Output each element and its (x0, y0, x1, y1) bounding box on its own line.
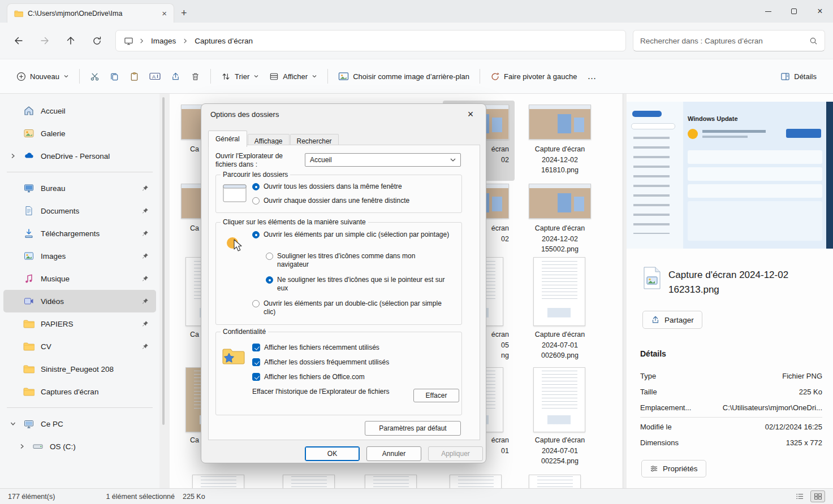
radio-underline-browser[interactable]: Souligner les titres d'icônes comme dans… (266, 252, 448, 269)
file-thumbnail[interactable] (529, 105, 591, 140)
share-button[interactable] (166, 67, 185, 86)
clear-history-button[interactable]: Effacer (413, 389, 459, 402)
rename-button[interactable]: A (144, 67, 166, 86)
sidebar-item-cv[interactable]: CV (3, 335, 156, 358)
checkbox-recent-files[interactable]: Afficher les fichiers récemment utilisés (252, 344, 444, 352)
cancel-button[interactable]: Annuler (366, 446, 421, 461)
cut-icon (90, 72, 100, 81)
sidebar-item-bureau[interactable]: Bureau (3, 177, 156, 199)
chevron-down-icon[interactable] (3, 421, 23, 427)
up-button[interactable] (60, 31, 81, 50)
sidebar-item-galerie[interactable]: Galerie (3, 122, 156, 145)
details-pane-button[interactable]: Détails (775, 67, 822, 86)
refresh-button[interactable] (86, 31, 107, 50)
pane-divider (623, 94, 624, 488)
file-thumbnail[interactable] (529, 475, 581, 488)
breadcrumb-images[interactable]: Images (150, 36, 177, 46)
checkbox-frequent-folders[interactable]: Afficher les dossiers fréquemment utilis… (252, 358, 444, 367)
radio-open-separate-window[interactable]: Ouvrir chaque dossier dans une fenêtre d… (252, 197, 454, 205)
tab-general[interactable]: Général (208, 131, 247, 147)
thumbnails-view-toggle[interactable] (810, 490, 825, 502)
address-bar[interactable]: Images Captures d’écran (115, 30, 626, 51)
radio-open-same-window[interactable]: Ouvrir tous les dossiers dans la même fe… (252, 183, 454, 191)
file-thumbnail[interactable] (365, 475, 417, 488)
back-button[interactable] (8, 31, 29, 50)
radio-single-click[interactable]: Ouvrir les éléments par un simple clic (… (252, 231, 451, 239)
sidebar-item-accueil[interactable]: Accueil (3, 99, 156, 122)
breadcrumb-captures[interactable]: Captures d’écran (193, 36, 254, 46)
list-view-icon (796, 493, 804, 500)
paste-button[interactable] (124, 67, 144, 86)
radio-underline-hover[interactable]: Ne souligner les titres d'icônes que si … (266, 276, 452, 293)
forward-button[interactable] (34, 31, 55, 50)
tab-close-icon[interactable]: × (158, 8, 170, 18)
grid-view-icon (814, 493, 822, 500)
file-thumbnail[interactable] (533, 367, 585, 432)
chevron-right-icon[interactable] (12, 444, 32, 449)
set-wallpaper-button[interactable]: Choisir comme image d’arrière-plan (333, 67, 474, 86)
more-options-button[interactable]: … (582, 66, 602, 86)
sidebar-item-papiers[interactable]: PAPIERS (3, 312, 156, 335)
new-button[interactable]: Nouveau (11, 67, 74, 86)
file-caption[interactable]: Capture d'écran 2024-12-02 161810.png (513, 144, 607, 176)
sidebar-item-videos[interactable]: Vidéos (3, 290, 156, 312)
file-name-line: Capture d'écran (513, 223, 607, 234)
radio-icon (252, 197, 260, 205)
checkbox-office-files[interactable]: Afficher les fichiers de Office.com (252, 373, 444, 381)
restore-defaults-button[interactable]: Paramètres par défaut (365, 421, 461, 436)
close-button[interactable]: × (807, 0, 833, 23)
sidebar-item-sinistre-peugeot[interactable]: Sinistre_Peugeot 208 (3, 358, 156, 380)
sidebar-scrollbar[interactable] (162, 97, 165, 425)
file-caption[interactable]: Capture d'écran 2024-07-01 002609.png (513, 329, 607, 361)
file-name-line: 161810.png (513, 165, 607, 176)
file-name-line: 2024-07-01 (513, 340, 607, 351)
radio-double-click[interactable]: Ouvrir les éléments par un double-clic (… (252, 299, 451, 316)
sidebar-item-os-c[interactable]: OS (C:) (3, 435, 156, 458)
properties-button[interactable]: Propriétés (641, 460, 706, 477)
new-tab-button[interactable]: + (181, 8, 187, 18)
search-icon (809, 37, 818, 45)
sidebar-item-musique[interactable]: Musique (3, 267, 156, 290)
pictures-icon (23, 250, 35, 262)
chevron-down-icon (450, 158, 456, 162)
details-view-toggle[interactable] (792, 490, 807, 502)
file-caption[interactable]: Capture d'écran 2024-07-01 002254.png (513, 435, 607, 467)
dialog-close-button[interactable]: × (462, 107, 479, 121)
copy-button[interactable] (105, 67, 124, 86)
file-thumbnail[interactable] (450, 475, 502, 488)
preview-image[interactable]: Windows Update (627, 102, 833, 249)
rotate-left-button[interactable]: Faire pivoter à gauche (485, 67, 582, 86)
checkbox-checked-icon (252, 358, 260, 366)
sidebar-item-documents[interactable]: Documents (3, 199, 156, 222)
share-file-button[interactable]: Partager (642, 311, 702, 329)
maximize-button[interactable] (781, 0, 807, 23)
sidebar-item-images[interactable]: Images (3, 245, 156, 267)
apply-button[interactable]: Appliquer (428, 446, 483, 461)
radio-icon (252, 300, 260, 307)
share-icon (171, 72, 180, 81)
view-button[interactable]: Afficher (264, 67, 322, 86)
search-box[interactable] (633, 30, 825, 51)
delete-button[interactable] (185, 67, 205, 86)
browse-folders-group: Parcourir les dossiers Ouvrir tous les d… (215, 175, 462, 213)
file-thumbnail[interactable] (192, 475, 244, 488)
toolbar-separator (79, 69, 80, 84)
toolbar-separator (480, 69, 480, 84)
ok-button[interactable]: OK (305, 446, 360, 461)
sidebar-item-ce-pc[interactable]: Ce PC (3, 412, 156, 435)
minimize-button[interactable] (755, 0, 781, 23)
open-explorer-dropdown[interactable]: Accueil (305, 153, 461, 167)
search-input[interactable] (640, 37, 809, 45)
plus-circle-icon (16, 72, 26, 81)
explorer-tab[interactable]: C:\Users\mjmor\OneDrive\Ima × (7, 3, 174, 23)
cut-button[interactable] (85, 67, 105, 86)
sort-button[interactable]: Trier (216, 67, 264, 86)
sidebar-item-captures-ecran[interactable]: Captures d'écran (3, 380, 156, 403)
file-caption[interactable]: Capture d'écran 2024-12-02 155002.png (513, 223, 607, 255)
chevron-right-icon[interactable] (3, 153, 23, 159)
file-thumbnail[interactable] (283, 475, 335, 488)
sidebar-item-telechargements[interactable]: Téléchargements (3, 222, 156, 245)
sidebar-item-onedrive[interactable]: OneDrive - Personal (3, 145, 156, 167)
file-thumbnail[interactable] (533, 257, 585, 326)
file-thumbnail[interactable] (529, 184, 591, 219)
